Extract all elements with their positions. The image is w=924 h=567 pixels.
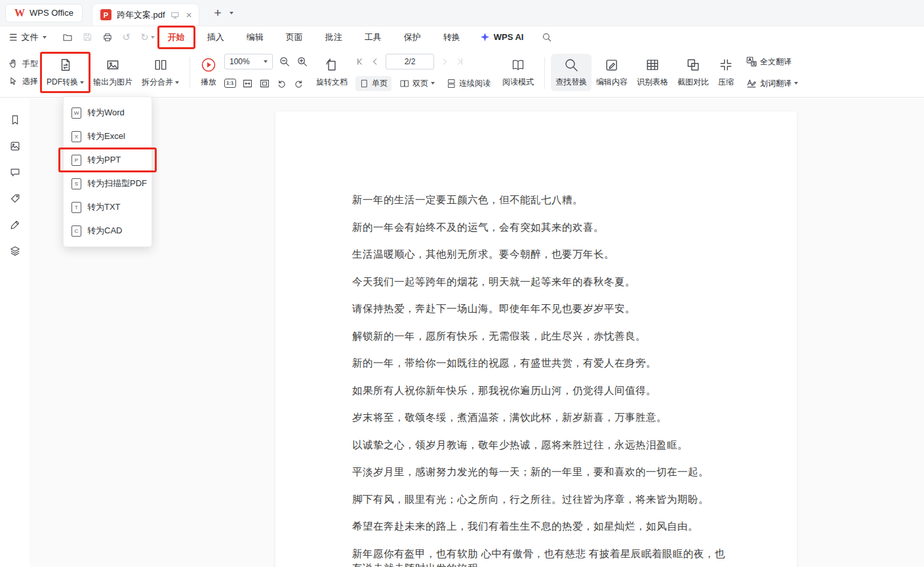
menu-tabs: 开始 插入 编辑 页面 批注 工具 保护 转换 xyxy=(168,31,460,43)
recognize-table-label: 识别表格 xyxy=(637,77,668,88)
menu-tab-edit[interactable]: 编辑 xyxy=(247,31,264,43)
menu-tab-comment[interactable]: 批注 xyxy=(325,31,342,43)
zoom-in-button[interactable] xyxy=(296,56,308,68)
zoom-select[interactable]: 100% xyxy=(224,54,273,69)
full-translation-label: 全文翻译 xyxy=(760,56,792,68)
screenshot-compare-label: 截图对比 xyxy=(677,77,709,88)
save-button[interactable] xyxy=(83,32,92,42)
menu-item-to-scanned-pdf[interactable]: S 转为扫描型PDF xyxy=(64,172,151,195)
menu-item-to-ppt[interactable]: P 转为PPT xyxy=(64,148,151,172)
menu-item-to-txt[interactable]: T 转为TXT xyxy=(64,195,151,219)
redo-button[interactable]: ↻ xyxy=(140,32,155,42)
undo-button[interactable]: ↺ xyxy=(123,32,131,42)
tab-title: 跨年文案.pdf xyxy=(117,9,165,21)
export-image-button[interactable]: 输出为图片 xyxy=(89,54,137,91)
split-merge-icon xyxy=(153,57,168,73)
play-button[interactable]: 播放 xyxy=(196,54,221,91)
translation-group: 全文翻译 划词翻译 xyxy=(742,54,802,92)
select-tool-button[interactable]: 选择 xyxy=(8,76,38,87)
excel-doc-icon: X xyxy=(71,131,81,142)
app-logo-chip[interactable]: W WPS Office xyxy=(5,4,83,22)
menu-tab-page[interactable]: 页面 xyxy=(286,31,303,43)
reading-mode-label: 阅读模式 xyxy=(502,77,534,88)
reading-mode-button[interactable]: 阅读模式 xyxy=(498,54,538,91)
recognize-table-button[interactable]: 识别表格 xyxy=(632,54,673,91)
compress-button[interactable]: 压缩 xyxy=(713,54,738,91)
continuous-read-button[interactable]: 连续阅读 xyxy=(443,76,494,91)
find-replace-button[interactable]: 查找替换 xyxy=(551,54,592,91)
titlebar: W WPS Office P 跨年文案.pdf × + xyxy=(0,0,924,26)
menu-tab-protect[interactable]: 保护 xyxy=(404,31,421,43)
open-file-button[interactable] xyxy=(62,32,73,43)
wps-ai-button[interactable]: WPS AI xyxy=(480,32,524,42)
page-navigation-group: 2/2 单页 双页 连续阅读 xyxy=(355,54,494,92)
pdf-file-icon: P xyxy=(100,9,111,20)
redo-chevron-icon xyxy=(151,36,155,39)
doc-paragraph: 如果所有人祝你新年快乐，那我祝你遍历山河，仍觉得人间值得。 xyxy=(352,383,734,398)
hand-tool-button[interactable]: 手型 xyxy=(8,58,38,69)
document-tab[interactable]: P 跨年文案.pdf × xyxy=(92,3,199,26)
file-menu-button[interactable]: ☰ 文件 xyxy=(0,31,54,43)
double-page-button[interactable]: 双页 xyxy=(395,76,439,91)
layers-panel-button[interactable] xyxy=(6,242,24,260)
thumbnail-panel-button[interactable] xyxy=(6,137,24,155)
file-chevron-icon xyxy=(43,36,47,39)
document-viewport[interactable]: 新一年的生活一定要五颜六色，但不能乱七八糟。 新的一年会有始终不及的运气，会有突… xyxy=(30,98,924,567)
presentation-icon[interactable] xyxy=(171,10,180,20)
doc-paragraph: 岁末将至，敬颂冬绥，煮酒温茶，满饮此杯，新岁新喜，万事胜意。 xyxy=(352,410,734,425)
rotate-right-button[interactable] xyxy=(293,78,304,89)
wps-ai-label: WPS AI xyxy=(494,32,524,42)
fit-page-button[interactable] xyxy=(259,78,270,89)
hamburger-icon: ☰ xyxy=(9,32,18,43)
compress-icon xyxy=(719,57,733,73)
split-merge-chevron-icon xyxy=(175,81,179,84)
menu-tab-tools[interactable]: 工具 xyxy=(365,31,382,43)
menu-tab-convert[interactable]: 转换 xyxy=(443,31,460,43)
previous-page-button[interactable] xyxy=(371,57,380,66)
fit-width-button[interactable] xyxy=(242,78,253,89)
translate-icon xyxy=(746,56,757,68)
comment-panel-button[interactable] xyxy=(6,163,24,182)
bookmark-panel-button[interactable] xyxy=(6,111,24,129)
first-page-button[interactable] xyxy=(355,57,365,66)
menu-item-to-txt-label: 转为TXT xyxy=(87,201,121,213)
menu-tab-start-label: 开始 xyxy=(168,32,185,42)
double-page-chevron-icon xyxy=(431,82,435,85)
txt-doc-icon: T xyxy=(71,202,81,213)
word-translation-button[interactable]: 划词翻译 xyxy=(742,75,802,91)
print-button[interactable] xyxy=(102,32,113,43)
menu-item-to-word[interactable]: W 转为Word xyxy=(64,101,151,125)
menu-tab-insert[interactable]: 插入 xyxy=(207,31,224,43)
table-icon xyxy=(645,57,660,73)
menu-tab-start[interactable]: 开始 xyxy=(168,31,185,43)
menu-item-to-cad[interactable]: C 转为CAD xyxy=(64,219,151,243)
ribbon-toolbar: 手型 选择 PDF转换 输出为图片 拆分合并 播放 100% xyxy=(0,48,924,98)
menu-item-to-excel[interactable]: X 转为Excel xyxy=(64,125,151,148)
pdf-page-content: 新一年的生活一定要五颜六色，但不能乱七八糟。 新的一年会有始终不及的运气，会有突… xyxy=(275,111,797,567)
menu-item-to-scanned-pdf-label: 转为扫描型PDF xyxy=(87,178,147,189)
tab-list-chevron-icon[interactable] xyxy=(230,12,233,14)
zoom-out-button[interactable] xyxy=(279,56,291,68)
rotate-left-button[interactable] xyxy=(276,78,287,89)
next-page-button[interactable] xyxy=(440,57,449,66)
pdf-convert-chevron-icon xyxy=(80,81,84,84)
full-translation-button[interactable]: 全文翻译 xyxy=(742,54,795,69)
rotate-document-button[interactable]: 旋转文档 xyxy=(311,54,352,91)
search-icon[interactable] xyxy=(542,32,552,43)
tab-close-icon[interactable]: × xyxy=(185,10,193,20)
split-merge-button[interactable]: 拆分合并 xyxy=(137,54,184,91)
screenshot-compare-icon xyxy=(686,57,700,73)
single-page-button[interactable]: 单页 xyxy=(355,76,392,91)
last-page-button[interactable] xyxy=(455,57,464,66)
new-tab-button[interactable]: + xyxy=(211,6,224,20)
edit-content-button[interactable]: 编辑内容 xyxy=(592,54,632,91)
screenshot-compare-button[interactable]: 截图对比 xyxy=(673,54,713,91)
doc-paragraph: 解锁新的一年，愿所有快乐，无需假装，此生尽兴，赤忱善良。 xyxy=(352,329,734,343)
page-indicator-input[interactable]: 2/2 xyxy=(386,54,434,69)
menu-item-to-word-label: 转为Word xyxy=(87,107,125,119)
ppt-doc-icon: P xyxy=(71,155,81,166)
actual-size-button[interactable]: 1:1 xyxy=(224,79,236,88)
tag-panel-button[interactable] xyxy=(6,189,24,208)
pdf-convert-button[interactable]: PDF转换 xyxy=(42,54,89,91)
signature-panel-button[interactable] xyxy=(6,216,24,234)
